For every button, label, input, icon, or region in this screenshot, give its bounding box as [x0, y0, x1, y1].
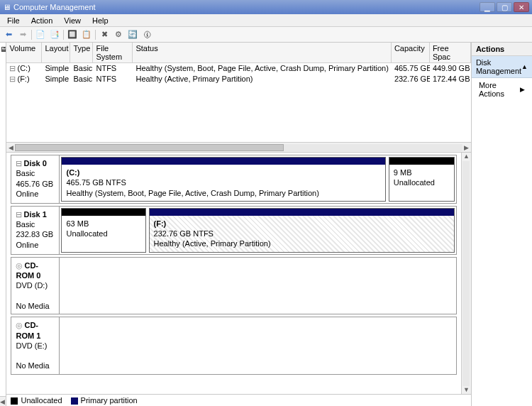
minimize-button[interactable]: ▁	[480, 2, 495, 12]
refresh-icon[interactable]: 🔲	[67, 29, 78, 40]
volume-row[interactable]: (C:) SimpleBasicNTFSHealthy (System, Boo…	[6, 63, 470, 74]
col-status[interactable]: Status	[133, 43, 391, 62]
disk-map: Disk 0Basic465.76 GBOnline (C:)465.75 GB…	[6, 153, 470, 406]
tree-storage[interactable]: ◢🗄Storage	[0, 124, 6, 133]
legend-unallocated-swatch	[11, 397, 18, 405]
back-icon[interactable]: ⬅	[3, 29, 14, 40]
cdrom-0[interactable]: CD-ROM 0DVD (D:)No Media	[11, 257, 456, 314]
actions-pane: Actions Disk Management▲ More Actions▶	[472, 43, 532, 406]
col-free[interactable]: Free Spac	[430, 43, 471, 62]
window-title: Computer Management	[11, 3, 480, 11]
title-bar: 🖥 Computer Management ▁ ▢ ✕	[0, 0, 532, 14]
col-fs[interactable]: File System	[93, 43, 133, 62]
actions-section[interactable]: Disk Management▲	[472, 56, 532, 78]
tree-disk-management[interactable]: 💽Disk Management	[0, 133, 6, 143]
tree-local-users[interactable]: ▷👥Local Users and Gr	[0, 94, 6, 104]
legend-primary-swatch	[71, 397, 78, 405]
disk-1[interactable]: Disk 1Basic232.83 GBOnline 63 MBUnalloca…	[11, 206, 456, 255]
settings-icon[interactable]: ⚙	[113, 29, 124, 40]
volume-list: Volume Layout Type File System Status Ca…	[6, 43, 470, 153]
partition-c[interactable]: (C:)465.75 GB NTFSHealthy (System, Boot,…	[61, 157, 385, 202]
rescan-icon[interactable]: 🔄	[127, 29, 138, 40]
col-type[interactable]: Type	[70, 43, 93, 62]
up-icon[interactable]: 📄	[35, 29, 46, 40]
disk-icon	[16, 210, 23, 219]
export-icon[interactable]: 📋	[81, 29, 92, 40]
col-volume[interactable]: Volume	[6, 43, 42, 62]
cdrom-1[interactable]: CD-ROM 1DVD (E:)No Media	[11, 317, 456, 374]
volume-icon	[9, 64, 17, 72]
volume-icon	[9, 75, 17, 83]
app-icon: 🖥	[3, 3, 11, 11]
diskmap-scrollbar[interactable]: ▲▼	[461, 153, 471, 395]
volume-row[interactable]: (F:) SimpleBasicNTFSHealthy (Active, Pri…	[6, 74, 470, 84]
actions-more[interactable]: More Actions▶	[472, 78, 532, 101]
actions-header: Actions	[472, 43, 532, 56]
legend: Unallocated Primary partition	[6, 394, 470, 406]
tree-scrollbar[interactable]: ◀▶	[0, 396, 6, 406]
tree-performance[interactable]: ▷◉Performance	[0, 104, 6, 114]
tree-task-scheduler[interactable]: ▷🕑Task Scheduler	[0, 64, 6, 74]
disk-0[interactable]: Disk 0Basic465.76 GBOnline (C:)465.75 GB…	[11, 155, 456, 204]
partition-f[interactable]: (F:)232.76 GB NTFSHealthy (Active, Prima…	[149, 208, 455, 253]
col-layout[interactable]: Layout	[42, 43, 70, 62]
col-capacity[interactable]: Capacity	[392, 43, 430, 62]
tree-event-viewer[interactable]: ▷📅Event Viewer	[0, 74, 6, 84]
cd-icon	[16, 321, 24, 329]
volume-header: Volume Layout Type File System Status Ca…	[6, 43, 470, 63]
delete-icon[interactable]: ✖	[99, 29, 110, 40]
maximize-button[interactable]: ▢	[497, 2, 512, 12]
forward-icon[interactable]: ➡	[17, 29, 28, 40]
tree-shared-folders[interactable]: ▷📁Shared Folders	[0, 84, 6, 94]
tree-system-tools[interactable]: ◢🔧System Tools	[0, 54, 6, 64]
partition-unallocated[interactable]: 9 MBUnallocated	[389, 157, 455, 202]
nav-tree: 🖥Computer Management ◢🔧System Tools ▷🕑Ta…	[0, 43, 6, 406]
menu-file[interactable]: File	[1, 15, 26, 26]
collapse-icon: ▲	[521, 63, 528, 70]
close-button[interactable]: ✕	[514, 2, 529, 12]
volume-scrollbar[interactable]: ◀▶	[6, 142, 470, 152]
tree-device-manager[interactable]: 🖥Device Manager	[0, 114, 6, 124]
disk-icon	[16, 159, 23, 168]
cd-icon	[16, 261, 24, 270]
help-icon[interactable]: 🛈	[141, 29, 153, 40]
menu-action[interactable]: Action	[26, 15, 59, 26]
properties-icon[interactable]: 📑	[49, 29, 60, 40]
tree-services[interactable]: ▷⚙Services and Applicati	[0, 143, 6, 153]
chevron-right-icon: ▶	[520, 86, 525, 93]
toolbar: ⬅ ➡ 📄 📑 🔲 📋 ✖ ⚙ 🔄 🛈	[0, 27, 532, 43]
tree-root[interactable]: 🖥Computer Management	[0, 44, 6, 54]
partition-unallocated[interactable]: 63 MBUnallocated	[61, 208, 145, 253]
menu-bar: File Action View Help	[0, 14, 532, 27]
menu-help[interactable]: Help	[87, 15, 114, 26]
menu-view[interactable]: View	[58, 15, 87, 26]
